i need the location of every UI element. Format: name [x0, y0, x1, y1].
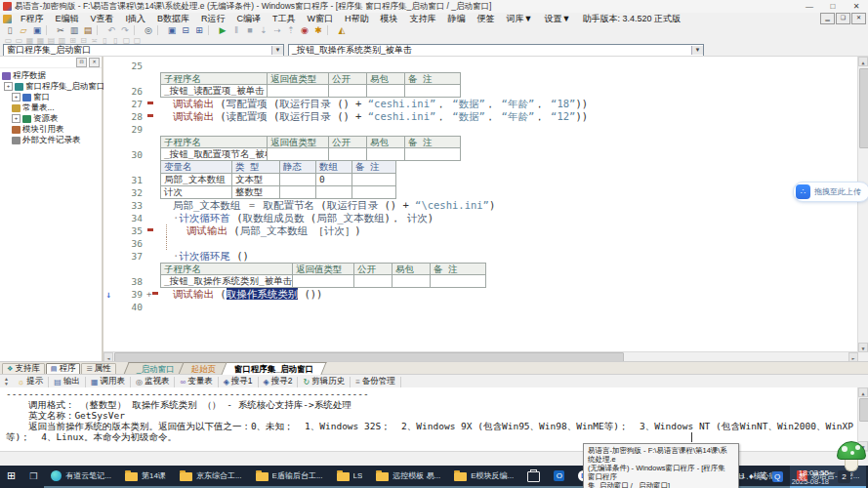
- menu-item[interactable]: R运行: [195, 13, 231, 25]
- scroll-up-icon[interactable]: ▲: [858, 57, 868, 66]
- taskbar-item-folder-remote[interactable]: 远控模板 易...: [369, 466, 447, 488]
- taskbar-item-folder-edun[interactable]: E盾输后台工...: [249, 466, 330, 488]
- expand-icon[interactable]: +: [12, 114, 21, 123]
- breakpoint-icon[interactable]: ◉: [299, 25, 310, 36]
- code-line[interactable]: 29: [103, 123, 858, 136]
- menu-item[interactable]: V查看: [85, 13, 120, 25]
- find-icon[interactable]: ◎: [143, 25, 154, 36]
- menu-item[interactable]: E编辑: [50, 13, 85, 25]
- step-out-icon[interactable]: ⇡: [285, 25, 297, 36]
- editor-vertical-scrollbar[interactable]: ▲ ▼: [857, 57, 868, 352]
- expand-icon[interactable]: +: [4, 82, 13, 91]
- code-line[interactable]: 27调试输出 (写配置项 (取运行目录 () + “ceshi.ini”， “数…: [103, 98, 858, 110]
- menu-item[interactable]: 设置▼: [538, 13, 576, 25]
- code-line[interactable]: 36: [103, 237, 858, 250]
- mdi-minimize-button[interactable]: ▁: [820, 13, 835, 24]
- tree-item-[interactable]: 外部文件记录表: [2, 135, 102, 145]
- paste-icon[interactable]: ▤: [82, 25, 94, 36]
- chevron-down-icon[interactable]: ▼: [271, 46, 283, 55]
- taskbar-item-outlook[interactable]: O: [547, 466, 571, 488]
- pause-icon[interactable]: ‖: [230, 25, 242, 36]
- menu-item[interactable]: H帮助: [339, 13, 375, 25]
- close-button[interactable]: ✕: [845, 0, 868, 13]
- infobar-item-搜寻2[interactable]: ◈搜寻2: [259, 377, 299, 387]
- netdisk-upload-widget[interactable]: ∴ 拖拽至此上传: [793, 182, 868, 202]
- chevron-down-icon[interactable]: ▼: [691, 46, 703, 55]
- menu-item[interactable]: 支持库: [404, 13, 442, 25]
- code-line[interactable]: 28调试输出 (读配置项 (取运行目录 () + “ceshi.ini”， “数…: [103, 110, 858, 123]
- hand-icon[interactable]: ✱: [312, 25, 324, 36]
- code-line[interactable]: 26_按钮_读配置项_被单击: [103, 85, 858, 98]
- run-icon[interactable]: ▶: [217, 25, 228, 36]
- menu-item[interactable]: 模块: [375, 13, 404, 25]
- mdi-restore-button[interactable]: ❏: [836, 13, 850, 24]
- infobar-item-剪辑历史[interactable]: ↻剪辑历史: [298, 377, 351, 387]
- tree-item-_[interactable]: +窗口程序集_启动窗口: [2, 81, 102, 92]
- menu-item[interactable]: F程序: [15, 13, 50, 25]
- scrollbar-thumb[interactable]: [859, 398, 868, 422]
- panel-close-icon[interactable]: ✕: [89, 58, 100, 67]
- tree-item-[interactable]: 模块引用表: [2, 124, 102, 135]
- infobar-item-搜寻1[interactable]: ◈搜寻1: [219, 377, 259, 387]
- minimize-button[interactable]: —: [798, 0, 821, 13]
- tile-vertical-icon[interactable]: ⊞: [193, 25, 205, 36]
- infobar-item-备份管理[interactable]: ≡备份管理: [351, 377, 401, 387]
- mushroom-widget-icon[interactable]: [837, 441, 866, 474]
- find-all-icon[interactable]: ◭: [336, 25, 348, 36]
- infobar-item-变量表[interactable]: ∞变量表: [175, 377, 218, 387]
- infobar-item-提示[interactable]: ☼提示: [13, 377, 49, 387]
- scrollbar-thumb[interactable]: [859, 68, 868, 148]
- spin-arrows[interactable]: ▲▼: [2, 377, 11, 386]
- code-line[interactable]: 38_按钮_取操作系统类别_被单击: [103, 275, 858, 288]
- step-over-icon[interactable]: ⇢: [271, 25, 283, 36]
- code-line[interactable]: 40: [103, 301, 858, 313]
- code-editor[interactable]: 25子程序名返回值类型公开易包备 注26_按钮_读配置项_被单击27调试输出 (…: [103, 57, 868, 362]
- tile-horizontal-icon[interactable]: ⊟: [180, 25, 191, 36]
- menu-item[interactable]: B数据库: [151, 13, 195, 25]
- code-line[interactable]: 37·计次循环尾 (): [103, 250, 858, 263]
- redo-icon[interactable]: ↷: [119, 25, 131, 36]
- scroll-up-icon[interactable]: ▲: [858, 387, 868, 397]
- code-line[interactable]: 39↓+调试输出 (取操作系统类别 ()): [103, 288, 858, 301]
- taskbar-item-store[interactable]: [520, 466, 547, 488]
- stop-icon[interactable]: ■: [244, 25, 256, 36]
- tree-item-[interactable]: +窗口: [2, 92, 102, 102]
- menu-item[interactable]: I插入: [120, 13, 152, 25]
- code-line[interactable]: 33局部_文本数组 ＝ 取配置节名 (取运行目录 () + “\ceshi.in…: [103, 199, 858, 212]
- tray-ime-icon[interactable]: 英: [759, 466, 767, 488]
- new-icon[interactable]: ▯: [4, 25, 16, 36]
- expand-icon[interactable]: +: [12, 93, 21, 102]
- menu-item[interactable]: W窗口: [302, 13, 340, 25]
- mdi-close-button[interactable]: ✕: [851, 13, 866, 24]
- infobar-item-调用表[interactable]: ▦调用表: [86, 377, 131, 387]
- taskbar-item-folder-lesson14[interactable]: 第14课: [118, 466, 173, 488]
- panel-dock-icon[interactable]: ⊡: [76, 58, 87, 67]
- cut-icon[interactable]: ✂: [55, 25, 66, 36]
- maximize-button[interactable]: □: [821, 0, 845, 13]
- code-line[interactable]: 35调试输出 (局部_文本数组 ［计次］): [103, 224, 858, 237]
- scroll-down-icon[interactable]: ▼: [858, 343, 868, 352]
- tree-item-[interactable]: 常量表...: [2, 102, 102, 113]
- menu-item[interactable]: 词库▼: [501, 13, 539, 25]
- step-into-icon[interactable]: ⇣: [258, 25, 269, 36]
- menu-item[interactable]: 便签: [472, 13, 501, 25]
- menu-item[interactable]: T工具: [267, 13, 302, 25]
- tree-item-[interactable]: 程序数据: [2, 70, 102, 81]
- tray-app-icon[interactable]: Q: [772, 471, 783, 482]
- taskbar-item-folder-ls[interactable]: LS: [330, 466, 370, 488]
- menu-item[interactable]: 助手版本: 3.4.520 正式版: [576, 13, 686, 25]
- infobar-item-监视表[interactable]: ◎监视表: [131, 377, 175, 387]
- copy-icon[interactable]: ▥: [68, 25, 80, 36]
- tree-item-[interactable]: +资源表: [2, 113, 102, 124]
- document-tab[interactable]: 窗口程序集_启动窗口: [221, 362, 326, 375]
- menu-item[interactable]: C编译: [231, 13, 268, 25]
- save-icon[interactable]: ▣: [31, 25, 43, 36]
- cascade-windows-icon[interactable]: ▣: [166, 25, 178, 36]
- undo-icon[interactable]: ↶: [105, 25, 117, 36]
- code-line[interactable]: 34·计次循环首 (取数组成员数 (局部_文本数组)， 计次): [103, 212, 858, 224]
- infobar-item-输出[interactable]: ▤输出: [49, 377, 86, 387]
- code-line[interactable]: 32计次整数型: [103, 186, 858, 199]
- tray-mic-icon[interactable]: ♦: [749, 466, 754, 488]
- taskbar-item-folder-emodule[interactable]: E模块反编...: [447, 466, 520, 488]
- code-line[interactable]: 25: [103, 60, 858, 72]
